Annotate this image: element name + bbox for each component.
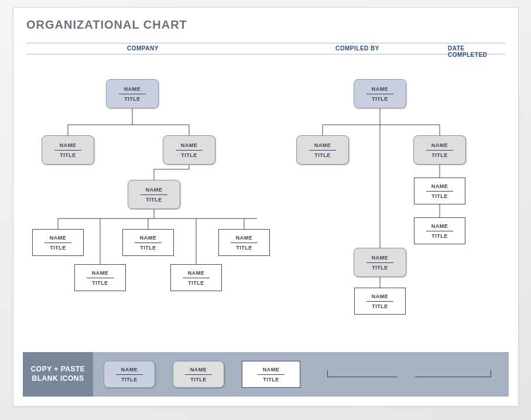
connectors	[13, 8, 519, 407]
node-title: TITLE	[121, 377, 138, 383]
palette-connector-elbow[interactable]	[415, 377, 491, 377]
palette-white[interactable]: NAMETITLE	[242, 361, 300, 388]
node-title: TITLE	[314, 152, 331, 158]
node-title: TITLE	[60, 152, 76, 158]
node-name: NAME	[188, 270, 205, 276]
header-date-label: DATE COMPLETED	[448, 45, 505, 58]
node-separator	[44, 243, 71, 243]
node-separator	[119, 94, 146, 94]
header-company-label: COMPANY	[127, 45, 159, 52]
palette-connector-horizontal[interactable]	[327, 377, 398, 377]
node-separator	[141, 194, 167, 195]
node-separator	[258, 374, 285, 375]
node-title: TITLE	[372, 96, 388, 102]
node-left-l4e[interactable]: NAMETITLE	[170, 264, 222, 291]
node-title: TITLE	[431, 233, 448, 239]
node-separator	[231, 243, 258, 243]
node-title: TITLE	[263, 377, 279, 383]
node-title: TITLE	[372, 265, 388, 271]
node-right-l3b[interactable]: NAMETITLE	[414, 217, 465, 244]
palette-gray[interactable]: NAMETITLE	[173, 361, 224, 388]
header-row: COMPANY COMPILED BY DATE COMPLETED	[26, 43, 505, 54]
node-separator	[426, 231, 453, 231]
node-name: NAME	[146, 187, 163, 193]
node-title: TITLE	[372, 303, 388, 309]
node-left-l4c[interactable]: NAMETITLE	[218, 229, 270, 256]
node-left-l4b[interactable]: NAMETITLE	[122, 229, 174, 256]
node-name: NAME	[263, 367, 280, 373]
org-chart-canvas: ORGANIZATIONAL CHART COMPANY COMPILED BY…	[13, 8, 518, 406]
node-right-root[interactable]: NAMETITLE	[354, 79, 406, 108]
node-separator	[426, 191, 453, 192]
node-left-l4d[interactable]: NAMETITLE	[74, 264, 126, 291]
footer-strip: COPY + PASTE BLANK ICONS NAMETITLE NAMET…	[23, 352, 509, 397]
node-title: TITLE	[431, 152, 448, 158]
node-right-l2c[interactable]: NAMETITLE	[354, 248, 406, 277]
node-name: NAME	[92, 270, 109, 276]
node-right-l3a[interactable]: NAMETITLE	[414, 177, 465, 204]
node-name: NAME	[372, 255, 389, 261]
node-title: TITLE	[190, 377, 207, 383]
node-title: TITLE	[431, 193, 448, 199]
palette-blue[interactable]: NAMETITLE	[104, 361, 155, 388]
node-separator	[87, 278, 114, 278]
node-right-l3c[interactable]: NAMETITLE	[354, 288, 406, 315]
node-name: NAME	[121, 367, 138, 373]
footer-body: NAMETITLE NAMETITLE NAMETITLE	[93, 352, 509, 397]
node-left-l2a[interactable]: NAMETITLE	[42, 135, 94, 165]
node-name: NAME	[431, 183, 448, 189]
node-left-l4a[interactable]: NAMETITLE	[32, 229, 84, 256]
node-separator	[366, 301, 393, 302]
node-separator	[135, 243, 162, 243]
node-title: TITLE	[140, 245, 156, 251]
node-separator	[366, 262, 393, 263]
node-left-l2b[interactable]: NAMETITLE	[163, 135, 215, 165]
node-title: TITLE	[146, 197, 162, 203]
node-title: TITLE	[50, 245, 66, 251]
node-title: TITLE	[236, 245, 252, 251]
node-separator	[54, 150, 81, 151]
node-name: NAME	[431, 223, 448, 229]
node-name: NAME	[236, 235, 253, 241]
node-name: NAME	[372, 293, 389, 299]
node-right-l2b[interactable]: NAMETITLE	[413, 135, 466, 165]
node-title: TITLE	[92, 280, 108, 286]
node-separator	[309, 150, 336, 151]
footer-label: COPY + PASTE BLANK ICONS	[23, 352, 93, 397]
node-name: NAME	[431, 142, 448, 148]
document-page: ORGANIZATIONAL CHART COMPANY COMPILED BY…	[13, 7, 519, 407]
node-separator	[366, 94, 393, 94]
node-title: TITLE	[188, 280, 204, 286]
node-separator	[185, 374, 212, 375]
node-separator	[183, 278, 210, 278]
node-left-root[interactable]: NAME TITLE	[106, 79, 159, 108]
node-name: NAME	[124, 86, 141, 92]
node-separator	[426, 150, 453, 151]
header-compiled-label: COMPILED BY	[335, 45, 379, 52]
page-title: ORGANIZATIONAL CHART	[26, 18, 187, 32]
node-separator	[116, 374, 143, 375]
node-name: NAME	[314, 142, 331, 148]
node-name: NAME	[140, 235, 157, 241]
node-name: NAME	[60, 142, 77, 148]
node-separator	[176, 150, 203, 151]
node-title: TITLE	[181, 152, 197, 158]
node-name: NAME	[190, 367, 207, 373]
node-name: NAME	[181, 142, 198, 148]
node-right-l2a[interactable]: NAMETITLE	[296, 135, 349, 165]
node-name: NAME	[50, 235, 67, 241]
node-title: TITLE	[124, 96, 141, 102]
node-name: NAME	[372, 86, 389, 92]
node-left-l3[interactable]: NAMETITLE	[128, 180, 180, 209]
